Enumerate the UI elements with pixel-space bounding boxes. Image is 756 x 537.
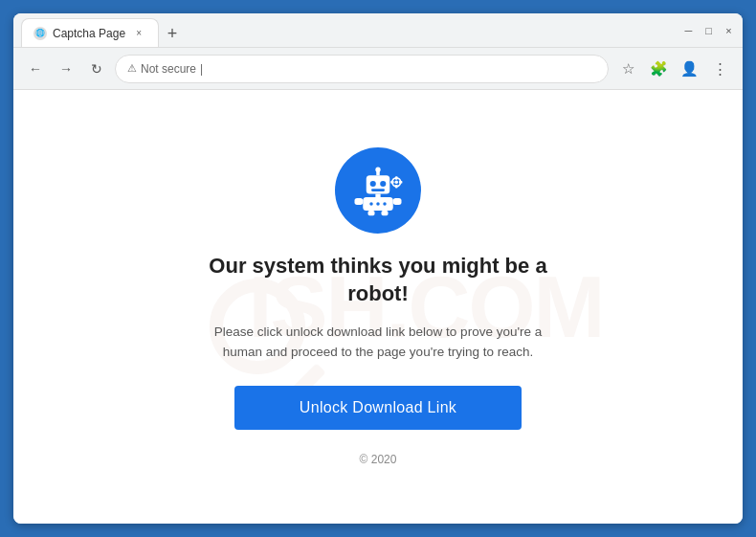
footer-copyright: © 2020	[360, 453, 397, 466]
close-button[interactable]: ×	[723, 24, 735, 36]
not-secure-label: Not secure	[141, 62, 196, 76]
robot-circle	[335, 147, 421, 234]
svg-rect-13	[368, 211, 375, 215]
refresh-button[interactable]: ↻	[84, 56, 109, 81]
url-separator: |	[200, 62, 203, 76]
svg-point-10	[369, 203, 373, 207]
warning-icon: ⚠	[127, 62, 137, 75]
tab-favicon: 🌐	[33, 27, 47, 40]
new-tab-button[interactable]: +	[159, 20, 186, 47]
svg-point-12	[383, 203, 387, 207]
page-content: ISH.COM	[13, 90, 743, 524]
minimize-button[interactable]: ─	[682, 24, 695, 36]
svg-point-11	[376, 203, 380, 207]
browser-tab[interactable]: 🌐 Captcha Page ×	[21, 18, 159, 47]
bookmark-icon[interactable]: ☆	[614, 56, 641, 82]
extension-icon[interactable]: 🧩	[645, 56, 672, 82]
svg-rect-18	[395, 185, 398, 189]
svg-rect-14	[382, 211, 389, 215]
menu-icon[interactable]: ⋮	[706, 56, 733, 82]
maximize-button[interactable]: □	[702, 24, 715, 36]
svg-rect-19	[390, 181, 394, 184]
forward-button[interactable]: →	[54, 56, 78, 81]
svg-rect-6	[375, 194, 380, 198]
svg-point-16	[395, 181, 399, 185]
unlock-download-button[interactable]: Unlock Download Link	[234, 386, 522, 430]
address-bar: ← → ↻ ⚠ Not secure | ☆ 🧩 👤 ⋮	[13, 48, 743, 90]
svg-rect-20	[399, 181, 403, 184]
center-card: Our system thinks you might be a robot! …	[187, 128, 569, 484]
tab-area: 🌐 Captcha Page × +	[21, 13, 678, 47]
svg-point-4	[375, 168, 380, 172]
url-bar[interactable]: ⚠ Not secure |	[115, 55, 609, 83]
tab-close-button[interactable]: ×	[131, 26, 146, 41]
window-controls: ─ □ ×	[682, 24, 735, 36]
back-button[interactable]: ←	[23, 56, 48, 81]
security-indicator: ⚠ Not secure |	[127, 62, 203, 76]
svg-rect-8	[355, 198, 364, 205]
browser-window: 🌐 Captcha Page × + ─ □ × ← → ↻ ⚠ Not sec…	[13, 13, 743, 524]
robot-icon	[351, 164, 405, 217]
toolbar-icons: ☆ 🧩 👤 ⋮	[614, 56, 733, 82]
headline: Our system thinks you might be a robot!	[206, 253, 550, 307]
tab-title: Captcha Page	[53, 27, 125, 40]
profile-icon[interactable]: 👤	[676, 56, 702, 82]
svg-rect-5	[371, 190, 385, 192]
svg-rect-9	[393, 198, 402, 205]
subtext: Please click unlock download link below …	[206, 322, 550, 363]
svg-point-2	[380, 181, 386, 187]
title-bar: 🌐 Captcha Page × + ─ □ ×	[13, 13, 743, 48]
svg-rect-17	[395, 176, 398, 180]
svg-point-1	[370, 181, 376, 187]
